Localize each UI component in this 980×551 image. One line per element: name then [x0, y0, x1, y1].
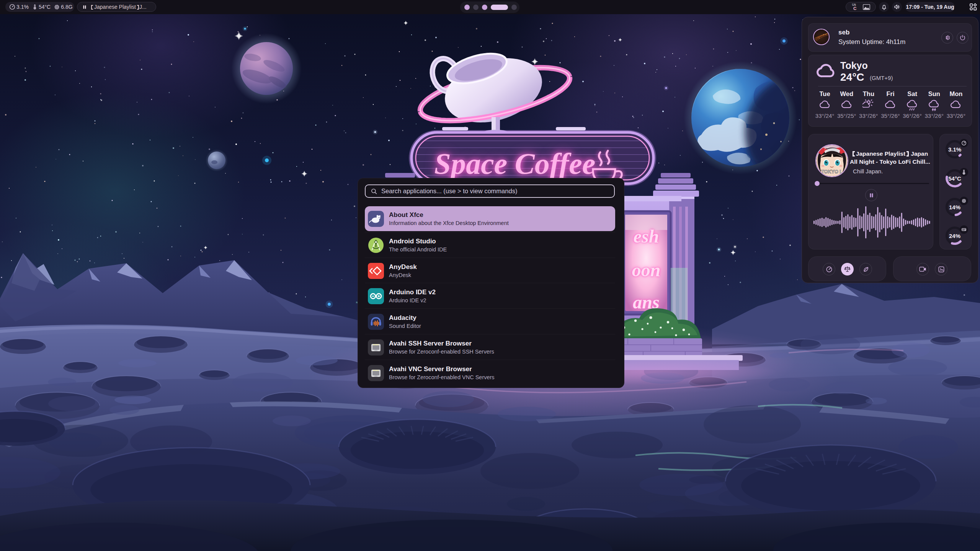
- svg-text:TOKYO L: TOKYO L: [821, 169, 843, 174]
- svg-text:14%: 14%: [949, 204, 960, 210]
- svg-text:C: C: [853, 6, 857, 11]
- svg-text:3.1%: 3.1%: [948, 146, 961, 153]
- svg-text:54°C: 54°C: [948, 175, 961, 182]
- svg-text:24%: 24%: [949, 233, 960, 239]
- svg-text:Space Coffee: Space Coffee: [434, 147, 596, 180]
- svg-text:oon: oon: [632, 260, 661, 280]
- svg-text:esh: esh: [634, 226, 659, 246]
